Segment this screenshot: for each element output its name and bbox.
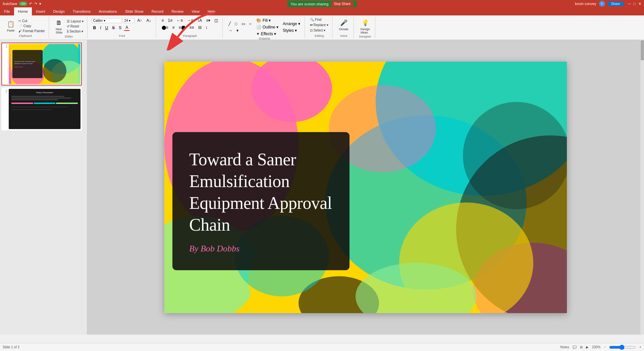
new-slide-label: NewSlide bbox=[56, 27, 62, 34]
zoom-slider[interactable] bbox=[609, 345, 636, 350]
find-button[interactable]: 🔍 Find bbox=[309, 17, 329, 22]
titlebar-right: kevin convey K Share ─ □ ✕ bbox=[575, 1, 641, 7]
tab-file[interactable]: File bbox=[0, 7, 14, 15]
bullets-button[interactable]: ≡ bbox=[160, 17, 166, 23]
ribbon: File Home Insert Design Transitions Anim… bbox=[0, 7, 644, 40]
rect-shape[interactable]: □ bbox=[233, 21, 239, 27]
design-ideas-button[interactable]: 💡 DesignIdeas bbox=[359, 17, 371, 35]
tab-view[interactable]: View bbox=[187, 7, 204, 15]
tab-slideshow[interactable]: Slide Show bbox=[121, 7, 148, 15]
slide-count: Slide 1 of 2 bbox=[3, 345, 19, 349]
canvas-scrollbar[interactable] bbox=[640, 40, 644, 335]
font-color-button[interactable]: A bbox=[124, 24, 130, 31]
select-button[interactable]: ⊡ Select ▾ bbox=[309, 28, 329, 33]
format-painter-button[interactable]: 🖌 Format Painter bbox=[17, 29, 46, 33]
slide-textbox[interactable]: Toward a Saner Emulsification Equipment … bbox=[172, 132, 350, 271]
numbering-button[interactable]: 1≡ bbox=[166, 17, 174, 23]
slide-thumb-1[interactable]: 1 Toward a Saner Emulsification Equipmen… bbox=[1, 43, 82, 85]
paste-icon: 📋 bbox=[6, 19, 15, 29]
increase-indent-button[interactable]: →≡ bbox=[185, 17, 195, 23]
zoom-level: 100% bbox=[592, 345, 601, 349]
justify-button[interactable]: ≡≡ bbox=[188, 24, 196, 31]
slide-preview-1: Toward a Saner Emulsification Equipment … bbox=[9, 44, 80, 84]
layout-button[interactable]: ☰ Layout ▾ bbox=[66, 19, 85, 23]
paragraph-label: Paragraph bbox=[183, 34, 197, 38]
shape-fill-button[interactable]: 🎨 Fill ▾ bbox=[255, 17, 280, 23]
underline-button[interactable]: U bbox=[104, 25, 110, 31]
notes-button[interactable]: Notes bbox=[560, 345, 569, 349]
paragraph-group: ≡ 1≡ ←≡ →≡ ↕A ≡▾ ◫ ⬤≡ ≡ ≡⬤ ≡≡ ⊟ ↕ Paragr bbox=[157, 17, 223, 38]
new-slide-button[interactable]: 🗎 NewSlide bbox=[53, 17, 65, 35]
tab-insert[interactable]: Insert bbox=[32, 7, 49, 15]
scrollbar-thumb[interactable] bbox=[641, 40, 644, 60]
tab-record[interactable]: Record bbox=[148, 7, 167, 15]
autosave-toggle[interactable]: On bbox=[19, 2, 27, 6]
tab-help[interactable]: Help bbox=[204, 7, 219, 15]
quick-access-more[interactable]: ▾ bbox=[39, 2, 41, 6]
minimize-button[interactable]: ─ bbox=[628, 2, 631, 6]
view-normal-icon[interactable]: ⊞ bbox=[580, 345, 583, 349]
slide-panel: 1 Toward a Saner Emulsification Equipmen… bbox=[0, 40, 87, 335]
section-button[interactable]: § Section ▾ bbox=[66, 29, 85, 34]
align-text-button[interactable]: ≡▾ bbox=[204, 17, 212, 23]
cut-button[interactable]: ✂ Cut bbox=[17, 19, 46, 23]
column-button[interactable]: ⊟ bbox=[197, 24, 203, 31]
sharing-bar: You are screen sharing Stop Share bbox=[287, 1, 357, 7]
tab-review[interactable]: Review bbox=[167, 7, 187, 15]
slide-thumb-2[interactable]: 2 Today's Presentation bbox=[1, 87, 82, 130]
more-shapes[interactable]: ▾ bbox=[235, 27, 240, 34]
dictate-button[interactable]: 🎤 Dictate bbox=[338, 17, 350, 32]
shape-outline-button[interactable]: ⬜ Outline ▾ bbox=[255, 24, 280, 30]
tab-animations[interactable]: Animations bbox=[95, 7, 121, 15]
arrow-shape[interactable]: → bbox=[227, 27, 234, 34]
view-slideshow-icon[interactable]: ▶ bbox=[586, 345, 589, 349]
oval-shape[interactable]: ○ bbox=[248, 21, 253, 27]
italic-button[interactable]: I bbox=[98, 25, 103, 31]
s2-btn-1 bbox=[11, 103, 33, 104]
canvas-area[interactable]: Toward a Saner Emulsification Equipment … bbox=[87, 40, 644, 335]
font-size-dropdown[interactable]: 24 ▾ bbox=[123, 18, 135, 23]
shadow-button[interactable]: S bbox=[117, 25, 123, 31]
font-name-dropdown[interactable]: Calibri ▾ bbox=[92, 18, 122, 23]
line-shape[interactable]: ╱ bbox=[227, 21, 232, 27]
main-slide[interactable]: Toward a Saner Emulsification Equipment … bbox=[164, 62, 567, 313]
tab-transitions[interactable]: Transitions bbox=[69, 7, 95, 15]
s2-line-1 bbox=[11, 96, 64, 97]
undo-icon[interactable]: ↶ bbox=[29, 2, 32, 6]
clipboard-buttons: 📋 Paste ✂ Cut 📄 Copy 🖌 Format Painter bbox=[5, 17, 46, 34]
slide-author: By Bob Dobbs bbox=[189, 244, 333, 254]
zoom-out-button[interactable]: − bbox=[604, 345, 606, 349]
align-center-button[interactable]: ≡ bbox=[171, 24, 176, 31]
text-direction-button[interactable]: ↕A bbox=[196, 17, 204, 23]
replace-button[interactable]: ⇄ Replace ▾ bbox=[309, 23, 329, 27]
voice-label: Voice bbox=[340, 34, 347, 38]
smartart-button[interactable]: ◫ bbox=[213, 17, 220, 23]
arrange-button[interactable]: Arrange ▾ bbox=[281, 21, 302, 27]
bold-button[interactable]: B bbox=[92, 25, 98, 31]
grow-font-button[interactable]: A↑ bbox=[136, 17, 144, 23]
shape-effects-button[interactable]: ✦ Effects ▾ bbox=[255, 31, 280, 37]
zoom-in-button[interactable]: + bbox=[639, 345, 641, 349]
tab-design[interactable]: Design bbox=[49, 7, 69, 15]
s2-btn-2 bbox=[34, 103, 56, 104]
paste-button[interactable]: 📋 Paste bbox=[5, 19, 17, 33]
comments-icon[interactable]: 💬 bbox=[573, 345, 577, 349]
quick-styles-button[interactable]: Styles ▾ bbox=[281, 27, 302, 34]
paragraph-controls: ≡ 1≡ ←≡ →≡ ↕A ≡▾ ◫ ⬤≡ ≡ ≡⬤ ≡≡ ⊟ ↕ bbox=[160, 17, 220, 34]
redo-icon[interactable]: ↷ bbox=[34, 2, 37, 6]
stop-share-button[interactable]: Stop Share bbox=[331, 1, 353, 6]
shrink-font-button[interactable]: A↓ bbox=[145, 17, 153, 23]
share-button[interactable]: Share bbox=[608, 2, 624, 6]
align-left-button[interactable]: ⬤≡ bbox=[160, 24, 170, 31]
decrease-indent-button[interactable]: ←≡ bbox=[175, 17, 184, 23]
copy-button[interactable]: 📄 Copy bbox=[17, 24, 46, 28]
close-button[interactable]: ✕ bbox=[638, 2, 641, 6]
align-right-button[interactable]: ≡⬤ bbox=[177, 24, 187, 31]
strikethrough-button[interactable]: S bbox=[110, 25, 116, 31]
ribbon-content: 📋 Paste ✂ Cut 📄 Copy 🖌 Format Painter Cl… bbox=[0, 15, 644, 40]
rounded-rect-shape[interactable]: ▭ bbox=[240, 21, 247, 27]
line-spacing-button[interactable]: ↕ bbox=[204, 24, 209, 31]
tab-home[interactable]: Home bbox=[14, 7, 32, 15]
maximize-button[interactable]: □ bbox=[633, 2, 636, 6]
reset-button[interactable]: ↺ Reset bbox=[66, 24, 85, 28]
